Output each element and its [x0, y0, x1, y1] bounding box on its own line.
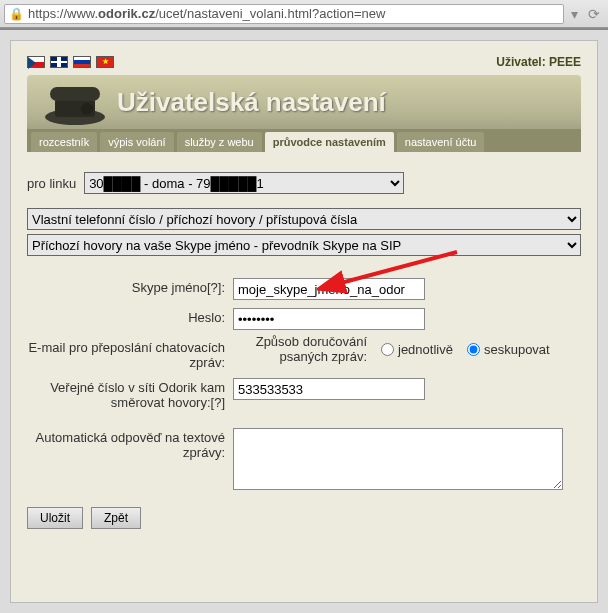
- url-text: https://www.odorik.cz/ucet/nastaveni_vol…: [28, 6, 385, 21]
- heslo-input[interactable]: [233, 308, 425, 330]
- phone-icon: [35, 79, 115, 129]
- flag-ru-icon[interactable]: [73, 56, 91, 68]
- category-select-2[interactable]: Příchozí hovory na vaše Skype jméno - př…: [27, 234, 581, 256]
- auto-label: Automatická odpověď na textové zprávy:: [27, 428, 233, 460]
- linka-select[interactable]: 30████ - doma - 79█████1: [84, 172, 404, 194]
- flag-cz-icon[interactable]: [27, 56, 45, 68]
- bookmark-icon[interactable]: ▾: [564, 6, 584, 22]
- tab-nastaveni-uctu[interactable]: nastavení účtu: [397, 132, 485, 152]
- auto-textarea[interactable]: [233, 428, 563, 490]
- tab-vypis-volani[interactable]: výpis volání: [100, 132, 173, 152]
- verejne-label: Veřejné číslo v síti Odorik kam směrovat…: [27, 378, 233, 410]
- email-label: E-mail pro přeposlání chatovacích zpráv:: [27, 338, 233, 370]
- svg-rect-2: [50, 87, 100, 101]
- tab-bar: rozcestník výpis volání služby z webu pr…: [27, 129, 581, 152]
- user-prefix: Uživatel:: [496, 55, 545, 69]
- save-button[interactable]: Uložit: [27, 507, 83, 529]
- language-flags: [27, 56, 114, 68]
- radio-jednotlive[interactable]: jednotlivě: [381, 342, 453, 357]
- zpusob-label: Způsob doručování psaných zpráv:: [237, 334, 367, 364]
- heslo-label: Heslo:: [27, 308, 233, 325]
- linka-label: pro linku: [27, 176, 76, 191]
- page-title: Uživatelská nastavení: [117, 87, 386, 118]
- url-bar[interactable]: 🔒 https://www.odorik.cz/ucet/nastaveni_v…: [4, 4, 564, 24]
- flag-vn-icon[interactable]: [96, 56, 114, 68]
- lock-icon: 🔒: [9, 7, 24, 21]
- category-select-1[interactable]: Vlastní telefonní číslo / příchozí hovor…: [27, 208, 581, 230]
- svg-point-3: [81, 103, 93, 115]
- verejne-input[interactable]: [233, 378, 425, 400]
- back-button[interactable]: Zpět: [91, 507, 141, 529]
- tab-sluzby-z-webu[interactable]: služby z webu: [177, 132, 262, 152]
- page-banner: Uživatelská nastavení: [27, 75, 581, 129]
- user-name: PEEE: [549, 55, 581, 69]
- refresh-icon[interactable]: ⟳: [584, 6, 604, 22]
- skype-input[interactable]: [233, 278, 425, 300]
- tab-rozcestnik[interactable]: rozcestník: [31, 132, 97, 152]
- radio-seskupovat[interactable]: seskupovat: [467, 342, 550, 357]
- skype-label: Skype jméno[?]:: [27, 278, 233, 295]
- tab-pruvodce-nastavenim[interactable]: průvodce nastavením: [265, 132, 394, 152]
- flag-gb-icon[interactable]: [50, 56, 68, 68]
